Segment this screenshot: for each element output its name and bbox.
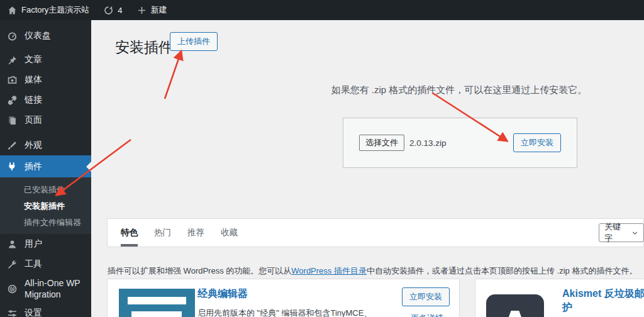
plugin-card-akismet: A Akismet 反垃圾邮件防护	[475, 279, 644, 317]
media-icon	[7, 75, 18, 86]
sidebar-item-settings[interactable]: 设置	[0, 303, 91, 317]
home-icon	[7, 5, 18, 16]
update-count: 4	[118, 6, 122, 15]
tab-recommended[interactable]: 推荐	[187, 219, 204, 247]
update-icon	[103, 5, 114, 16]
sliders-icon	[7, 308, 18, 317]
sidebar-item-users[interactable]: 用户	[0, 234, 91, 254]
submenu-installed-plugins[interactable]: 已安装插件	[0, 182, 91, 198]
sidebar-item-appearance[interactable]: 外观	[0, 135, 91, 155]
upload-plugin-button[interactable]: 上传插件	[170, 32, 218, 51]
migration-icon	[7, 284, 18, 294]
plugin-title[interactable]: Akismet 反垃圾邮件防护	[562, 287, 644, 314]
wrench-icon	[7, 259, 18, 270]
chevron-down-icon	[631, 230, 638, 236]
new-label: 新建	[151, 4, 167, 16]
page-title: 安装插件	[115, 38, 173, 57]
pin-icon	[7, 55, 18, 65]
brush-icon	[7, 140, 18, 151]
site-menu[interactable]: Factory主题演示站	[0, 0, 96, 20]
plus-icon	[136, 5, 147, 16]
plugins-intro-text: 插件可以扩展和增强 WordPress 的功能。您可以从WordPress 插件…	[108, 265, 637, 277]
sidebar-item-all-in-one-wp-migration[interactable]: All-in-One WP Migration	[0, 274, 91, 303]
search-type-select[interactable]: 关键字	[599, 223, 644, 242]
selected-file-name: 2.0.13.zip	[409, 138, 447, 148]
plugin-filter-bar: 特色 热门 推荐 收藏	[107, 218, 644, 247]
dashboard-icon	[7, 31, 18, 42]
sidebar-item-links[interactable]: 链接	[0, 90, 91, 110]
sidebar-item-plugins[interactable]: 插件	[0, 155, 91, 177]
choose-file-button[interactable]: 选择文件	[359, 135, 404, 151]
classic-editor-icon	[119, 289, 195, 317]
plugin-card-classic-editor: 经典编辑器 启用先前版本的 "经典" 编辑器和包含TinyMCE、 立即安装 更…	[107, 279, 460, 317]
plugins-submenu: 已安装插件 安装新插件 插件文件编辑器	[0, 177, 91, 234]
admin-sidebar: 仪表盘 文章 媒体 链接 页面 外观	[0, 20, 91, 317]
submenu-add-new-plugin[interactable]: 安装新插件	[0, 198, 91, 214]
install-now-button[interactable]: 立即安装	[402, 287, 450, 306]
plugin-title[interactable]: 经典编辑器	[197, 287, 248, 301]
pages-icon	[7, 115, 18, 126]
submenu-plugin-file-editor[interactable]: 插件文件编辑器	[0, 214, 91, 231]
upload-description: 如果您有 .zip 格式的插件文件，可以在这里通过上传安装它。	[283, 84, 635, 96]
chain-link-icon	[7, 95, 18, 106]
sidebar-item-posts[interactable]: 文章	[0, 50, 91, 70]
new-content-menu[interactable]: 新建	[130, 0, 174, 20]
user-icon	[7, 239, 18, 250]
upload-form: 选择文件 2.0.13.zip 立即安装	[343, 118, 577, 168]
akismet-logo: A	[486, 294, 544, 317]
install-now-button[interactable]: 立即安装	[513, 133, 561, 152]
more-details-link[interactable]: 更多详情	[411, 313, 443, 317]
tab-featured[interactable]: 特色	[121, 219, 138, 247]
tab-favorites[interactable]: 收藏	[221, 219, 238, 247]
plug-icon	[7, 161, 18, 172]
site-name: Factory主题演示站	[21, 4, 89, 16]
plugin-directory-link[interactable]: WordPress 插件目录	[291, 266, 367, 275]
admin-bar: Factory主题演示站 4 新建	[0, 0, 644, 20]
plugin-description: 启用先前版本的 "经典" 编辑器和包含TinyMCE、	[197, 307, 389, 317]
sidebar-item-media[interactable]: 媒体	[0, 70, 91, 90]
updates-menu[interactable]: 4	[96, 0, 129, 20]
sidebar-item-pages[interactable]: 页面	[0, 110, 91, 130]
tab-popular[interactable]: 热门	[154, 219, 171, 247]
arrow-to-upload-plugin-button	[165, 52, 181, 99]
sidebar-item-dashboard[interactable]: 仪表盘	[0, 26, 91, 46]
sidebar-item-tools[interactable]: 工具	[0, 254, 91, 274]
